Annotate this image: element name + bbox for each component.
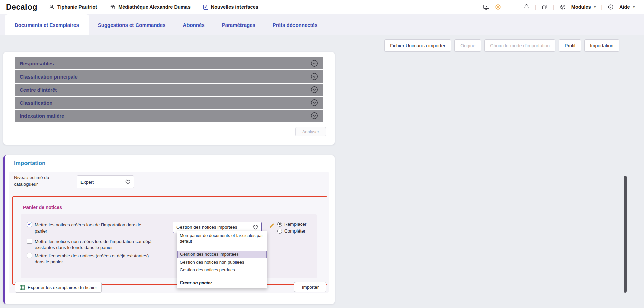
chevron-down-icon — [311, 99, 318, 106]
notices-non-creees-checkbox[interactable] — [27, 239, 32, 244]
tab-suggestions-et-commandes[interactable]: Suggestions et Commandes — [89, 14, 174, 35]
modules-label: Modules — [571, 4, 591, 10]
heart-dropdown-icon[interactable] — [253, 225, 258, 230]
accordion-classification-principale[interactable]: Classification principale — [15, 70, 323, 83]
ensemble-notices-checkbox[interactable] — [27, 253, 32, 258]
panier-dropdown-list: Mon panier de documents et fascicules pa… — [177, 231, 267, 288]
accordion-responsables[interactable]: Responsables — [15, 57, 323, 69]
chevron-down-icon — [311, 73, 318, 80]
person-icon — [49, 4, 55, 10]
checkbox-row-notices-creees: Mettre les notices créées lors de l'impo… — [27, 222, 154, 234]
tab-parametrages[interactable]: Paramétrages — [213, 14, 264, 35]
notices-creees-checkbox[interactable] — [27, 222, 32, 227]
importation-card: Importation Niveau estimé du catalogueur… — [3, 155, 335, 304]
bell-icon[interactable] — [523, 4, 530, 10]
main-tabs: Documents et Exemplaires Suggestions et … — [0, 14, 644, 35]
completer-radio[interactable] — [277, 229, 282, 234]
building-icon — [110, 4, 116, 10]
accordion-centre-interet[interactable]: Centre d'intérêt — [15, 84, 323, 96]
tab-abonnes[interactable]: Abonnés — [174, 14, 213, 35]
library-menu[interactable]: Médiathèque Alexandre Dumas — [110, 4, 191, 10]
aide-label: Aide — [619, 4, 630, 10]
divider: | — [535, 4, 536, 10]
checkbox-label: Mettre les notices non créées lors de l'… — [35, 239, 154, 250]
niveau-catalogueur-combobox[interactable]: Expert — [77, 175, 134, 188]
user-name: Tiphanie Pautriot — [57, 4, 97, 10]
radio-row-remplacer: Remplacer — [277, 222, 306, 227]
dropdown-group-spacer — [177, 274, 267, 278]
radio-label: Remplacer — [284, 222, 306, 227]
wizard-steps: Fichier Unimarc à importer Origine Choix… — [384, 39, 619, 52]
modules-menu[interactable]: Modules ▾ — [571, 4, 596, 10]
user-menu[interactable]: Tiphanie Pautriot — [49, 4, 97, 10]
niveau-catalogueur-value: Expert — [80, 179, 94, 185]
spreadsheet-icon — [20, 285, 25, 290]
step-profil-button[interactable]: Profil — [559, 39, 581, 52]
topbar-actions: | | Modules ▾ | Aide ▾ — [483, 4, 635, 10]
text-cursor — [238, 225, 238, 230]
new-interfaces-label: Nouvelles interfaces — [211, 4, 258, 10]
step-fichier-unimarc-button[interactable]: Fichier Unimarc à importer — [384, 39, 451, 52]
export-label: Exporter les exemplaires du fichier — [28, 285, 97, 290]
pencil-icon[interactable] — [269, 223, 275, 229]
screencast-icon[interactable] — [483, 4, 490, 10]
package-icon — [560, 4, 566, 10]
vertical-scrollbar-thumb[interactable] — [624, 176, 627, 293]
divider: | — [601, 4, 602, 10]
accordion-classification[interactable]: Classification — [15, 97, 323, 109]
step-origine-button: Origine — [454, 39, 481, 52]
dropdown-item-notices-perdues[interactable]: Gestion des notices perdues — [177, 266, 267, 274]
export-exemplaires-button[interactable]: Exporter les exemplaires du fichier — [15, 282, 102, 293]
checkbox-label: Mettre les notices créées lors de l'impo… — [35, 222, 154, 234]
info-icon — [608, 4, 614, 10]
help-menu[interactable]: Aide ▾ — [619, 4, 635, 10]
radio-label: Compléter — [284, 228, 305, 234]
checkbox-row-notices-non-creees: Mettre les notices non créées lors de l'… — [27, 239, 154, 250]
dropdown-item-creer-un-panier[interactable]: Créer un panier — [177, 278, 267, 288]
chevron-down-icon — [311, 60, 318, 67]
dropdown-item-notices-importees[interactable]: Gestion des notices importées — [177, 251, 267, 258]
dropdown-item-default[interactable]: Mon panier de documents et fascicules pa… — [177, 231, 267, 246]
importer-button[interactable]: Importer — [294, 282, 326, 292]
panier-combobox-value: Gestion des notices importées — [176, 225, 237, 230]
accordion-indexation-matiere[interactable]: Indexation matière — [15, 110, 323, 122]
chevron-down-icon: ▾ — [594, 5, 596, 9]
dropdown-item-notices-non-publiees[interactable]: Gestion des notices non publiées — [177, 259, 267, 266]
assistant-icon[interactable] — [495, 4, 501, 10]
radio-row-completer: Compléter — [277, 228, 306, 234]
profil-accordion-card: Responsables Classification principale C… — [3, 52, 335, 145]
tab-prets-deconnectes[interactable]: Prêts déconnectés — [264, 14, 326, 35]
chevron-down-icon — [311, 86, 318, 93]
new-interfaces-checkbox-icon[interactable] — [203, 5, 208, 10]
tab-documents-et-exemplaires[interactable]: Documents et Exemplaires — [5, 14, 89, 35]
mode-radio-group: Remplacer Compléter — [277, 222, 306, 234]
analyser-button: Analyser — [295, 127, 326, 136]
heart-dropdown-icon[interactable] — [125, 179, 130, 184]
checkbox-label: Mettre l'ensemble des notices (créées et… — [35, 253, 154, 265]
checkbox-row-ensemble-notices: Mettre l'ensemble des notices (créées et… — [27, 253, 154, 265]
section-title: Importation — [14, 160, 46, 167]
topbar: Decalog Tiphanie Pautriot Médiathèque Al… — [0, 0, 644, 14]
step-choix-mode-button: Choix du mode d'importation — [484, 39, 555, 52]
library-name: Médiathèque Alexandre Dumas — [118, 4, 191, 10]
remplacer-radio[interactable] — [277, 222, 282, 227]
app-logo: Decalog — [6, 3, 37, 12]
divider: | — [553, 4, 554, 10]
step-importation-button[interactable]: Importation — [584, 39, 619, 52]
niveau-catalogueur-label: Niveau estimé du catalogueur — [14, 175, 61, 188]
panier-de-notices-title: Panier de notices — [23, 205, 62, 210]
copy-icon[interactable] — [542, 4, 548, 10]
new-interfaces-toggle[interactable]: Nouvelles interfaces — [203, 4, 258, 10]
dropdown-group-spacer — [177, 246, 267, 250]
chevron-down-icon: ▾ — [633, 5, 635, 9]
chevron-down-icon — [311, 112, 318, 119]
